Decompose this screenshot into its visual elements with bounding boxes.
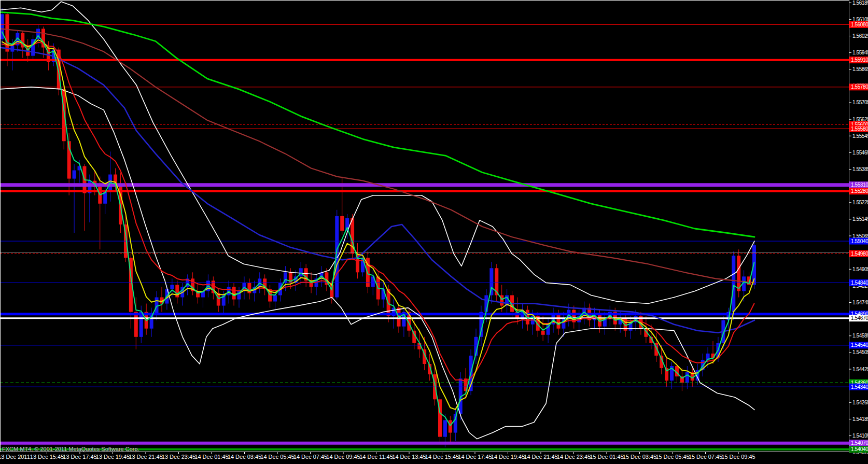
- copyright-watermark: FXCM MT4, © 2001-2011 MetaQuotes Softwar…: [2, 446, 139, 452]
- price-level-label: 1.54540: [851, 342, 868, 348]
- time-tick-label: 15 Dec 01:45: [590, 454, 623, 460]
- price-tick-label: 1.55225: [852, 200, 868, 205]
- price-level-label: 1.54070: [851, 440, 868, 446]
- time-tick-label: 15 Dec 09:45: [721, 454, 755, 460]
- price-level-label: 1.55780: [851, 84, 868, 90]
- price-level-label: 1.55580: [851, 126, 868, 132]
- price-tick-label: 1.56185: [852, 0, 868, 6]
- price-tick-label: 1.56025: [852, 33, 868, 39]
- candle-body: [73, 171, 76, 179]
- candle-body: [685, 372, 689, 383]
- candle-body: [139, 312, 143, 337]
- price-tick-label: 1.55545: [852, 133, 868, 139]
- candle-body: [443, 420, 447, 437]
- time-tick-label: 13 Dec 15:45: [30, 454, 64, 460]
- price-tick-label: 1.54185: [852, 416, 868, 422]
- price-level-label: 1.54040: [851, 446, 868, 452]
- time-tick-label: 14 Dec 13:45: [392, 454, 426, 460]
- price-tick-label: 1.54265: [852, 400, 868, 405]
- time-tick-label: 14 Dec 21:45: [524, 454, 557, 460]
- time-axis[interactable]: 13 Dec 201113 Dec 15:4513 Dec 17:4513 De…: [0, 452, 755, 460]
- time-tick-label: 14 Dec 05:45: [260, 454, 294, 460]
- candle-body: [340, 216, 344, 231]
- price-tick-label: 1.55865: [852, 66, 868, 72]
- time-tick-label: 15 Dec 03:45: [623, 454, 656, 460]
- price-tick-label: 1.55145: [852, 216, 868, 222]
- price-level-label: 1.54670: [851, 315, 868, 321]
- time-tick-label: 14 Dec 01:45: [194, 454, 228, 460]
- time-tick-label: 14 Dec 19:45: [491, 454, 525, 460]
- candle-body: [732, 256, 735, 312]
- price-tick-label: 1.54105: [852, 433, 868, 439]
- price-tick-label: 1.54905: [852, 266, 868, 272]
- candle-body: [170, 285, 174, 289]
- price-tick-label: 1.54505: [852, 349, 868, 355]
- price-tick-label: 1.54745: [852, 300, 868, 305]
- price-tick-label: 1.55705: [852, 100, 868, 105]
- time-tick-label: 14 Dec 17:45: [458, 454, 492, 460]
- candle-body: [737, 256, 740, 291]
- candle-body: [449, 420, 452, 432]
- candle-body: [299, 268, 303, 276]
- price-tick-label: 1.55385: [852, 166, 868, 172]
- time-tick-label: 13 Dec 2011: [0, 454, 30, 460]
- price-tick-label: 1.55465: [852, 150, 868, 156]
- price-level-label: 1.54980: [851, 251, 868, 257]
- candle-body: [454, 414, 457, 432]
- candle-body: [556, 314, 560, 329]
- price-level-label: 1.55310: [851, 182, 868, 188]
- candle-body: [541, 331, 545, 335]
- mt4-chart-window: 1.561851.561051.560251.559451.558651.557…: [0, 0, 868, 464]
- price-tick-label: 1.55945: [852, 50, 868, 55]
- time-tick-label: 13 Dec 23:45: [162, 454, 195, 460]
- time-tick-label: 13 Dec 17:45: [63, 454, 96, 460]
- time-tick-label: 14 Dec 03:45: [228, 454, 261, 460]
- candle-body: [382, 289, 385, 299]
- price-tick-label: 1.54425: [852, 367, 868, 372]
- price-level-label: 1.55280: [851, 188, 868, 194]
- candle-body: [134, 312, 138, 337]
- candle-body: [273, 295, 277, 301]
- time-tick-label: 15 Dec 05:45: [655, 454, 689, 460]
- chart-canvas[interactable]: 1.561851.561051.560251.559451.558651.557…: [0, 0, 868, 464]
- time-tick-label: 14 Dec 23:45: [557, 454, 591, 460]
- time-tick-label: 15 Dec 07:45: [689, 454, 722, 460]
- candle-body: [232, 287, 236, 299]
- time-tick-label: 14 Dec 07:45: [293, 454, 327, 460]
- price-tick-label: 1.54585: [852, 333, 868, 339]
- price-level-label: 1.55040: [851, 238, 868, 244]
- time-tick-label: 14 Dec 09:45: [326, 454, 360, 460]
- price-level-label: 1.56080: [851, 22, 868, 27]
- time-tick-label: 13 Dec 19:45: [96, 454, 130, 460]
- candle-body: [98, 187, 102, 204]
- price-level-label: 1.55910: [851, 57, 868, 63]
- price-level-label: 1.54340: [851, 384, 868, 390]
- time-tick-label: 13 Dec 21:45: [129, 454, 162, 460]
- time-tick-label: 14 Dec 15:45: [425, 454, 459, 460]
- time-tick-label: 14 Dec 11:45: [359, 454, 393, 460]
- price-level-label: 1.54840: [851, 280, 868, 286]
- candle-body: [5, 14, 9, 51]
